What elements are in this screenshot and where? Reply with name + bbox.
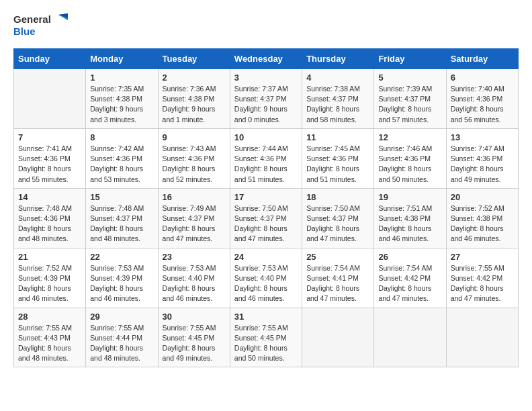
day-info: Sunrise: 7:55 AMSunset: 4:45 PMDaylight:… bbox=[163, 323, 226, 364]
day-cell bbox=[374, 308, 446, 367]
day-number: 3 bbox=[234, 73, 298, 83]
day-cell: 14 Sunrise: 7:48 AMSunset: 4:36 PMDaylig… bbox=[14, 188, 86, 248]
day-info: Sunrise: 7:35 AMSunset: 4:38 PMDaylight:… bbox=[90, 84, 153, 125]
day-cell: 19 Sunrise: 7:51 AMSunset: 4:38 PMDaylig… bbox=[374, 188, 446, 248]
day-info: Sunrise: 7:52 AMSunset: 4:39 PMDaylight:… bbox=[18, 263, 81, 304]
day-info: Sunrise: 7:54 AMSunset: 4:42 PMDaylight:… bbox=[378, 263, 441, 304]
day-number: 4 bbox=[306, 73, 369, 83]
week-row-0: 1 Sunrise: 7:35 AMSunset: 4:38 PMDayligh… bbox=[14, 69, 519, 129]
logo-bird-icon bbox=[53, 13, 68, 26]
day-cell: 10 Sunrise: 7:44 AMSunset: 4:36 PMDaylig… bbox=[230, 128, 302, 188]
day-info: Sunrise: 7:40 AMSunset: 4:36 PMDaylight:… bbox=[451, 84, 514, 125]
day-number: 17 bbox=[234, 192, 298, 202]
logo: General Blue bbox=[13, 13, 68, 38]
day-number: 23 bbox=[163, 252, 226, 262]
logo-container: General Blue bbox=[13, 13, 68, 38]
day-cell: 5 Sunrise: 7:39 AMSunset: 4:37 PMDayligh… bbox=[374, 69, 446, 129]
day-info: Sunrise: 7:53 AMSunset: 4:40 PMDaylight:… bbox=[234, 263, 298, 304]
header-cell-saturday: Saturday bbox=[446, 49, 518, 69]
day-info: Sunrise: 7:51 AMSunset: 4:38 PMDaylight:… bbox=[378, 203, 441, 244]
day-info: Sunrise: 7:36 AMSunset: 4:38 PMDaylight:… bbox=[163, 84, 226, 125]
day-info: Sunrise: 7:43 AMSunset: 4:36 PMDaylight:… bbox=[163, 144, 226, 185]
day-cell bbox=[302, 308, 374, 367]
day-number: 13 bbox=[451, 132, 514, 142]
day-info: Sunrise: 7:55 AMSunset: 4:42 PMDaylight:… bbox=[451, 263, 514, 304]
day-info: Sunrise: 7:55 AMSunset: 4:44 PMDaylight:… bbox=[90, 323, 153, 364]
day-number: 7 bbox=[18, 132, 81, 142]
day-info: Sunrise: 7:37 AMSunset: 4:37 PMDaylight:… bbox=[234, 84, 298, 125]
day-info: Sunrise: 7:55 AMSunset: 4:45 PMDaylight:… bbox=[234, 323, 298, 364]
header: General Blue bbox=[13, 13, 519, 38]
day-cell: 27 Sunrise: 7:55 AMSunset: 4:42 PMDaylig… bbox=[446, 248, 518, 308]
day-cell: 7 Sunrise: 7:41 AMSunset: 4:36 PMDayligh… bbox=[14, 128, 86, 188]
day-number: 10 bbox=[234, 132, 298, 142]
header-cell-monday: Monday bbox=[86, 49, 158, 69]
header-row: SundayMondayTuesdayWednesdayThursdayFrid… bbox=[14, 49, 519, 69]
day-number: 21 bbox=[18, 252, 81, 262]
day-number: 20 bbox=[451, 192, 514, 202]
day-number: 22 bbox=[90, 252, 153, 262]
day-info: Sunrise: 7:39 AMSunset: 4:37 PMDaylight:… bbox=[378, 84, 441, 125]
day-number: 14 bbox=[18, 192, 81, 202]
day-number: 25 bbox=[306, 252, 369, 262]
day-number: 27 bbox=[451, 252, 514, 262]
day-cell: 23 Sunrise: 7:53 AMSunset: 4:40 PMDaylig… bbox=[158, 248, 230, 308]
day-cell: 25 Sunrise: 7:54 AMSunset: 4:41 PMDaylig… bbox=[302, 248, 374, 308]
week-row-3: 21 Sunrise: 7:52 AMSunset: 4:39 PMDaylig… bbox=[14, 248, 519, 308]
day-info: Sunrise: 7:52 AMSunset: 4:38 PMDaylight:… bbox=[451, 203, 514, 244]
day-cell: 11 Sunrise: 7:45 AMSunset: 4:36 PMDaylig… bbox=[302, 128, 374, 188]
day-number: 1 bbox=[90, 73, 153, 83]
day-number: 12 bbox=[378, 132, 441, 142]
day-number: 29 bbox=[90, 312, 153, 322]
day-cell: 1 Sunrise: 7:35 AMSunset: 4:38 PMDayligh… bbox=[86, 69, 158, 129]
header-cell-wednesday: Wednesday bbox=[230, 49, 302, 69]
day-cell: 20 Sunrise: 7:52 AMSunset: 4:38 PMDaylig… bbox=[446, 188, 518, 248]
day-number: 11 bbox=[306, 132, 369, 142]
logo-general: General bbox=[13, 13, 51, 26]
day-info: Sunrise: 7:48 AMSunset: 4:37 PMDaylight:… bbox=[90, 203, 153, 244]
day-cell: 31 Sunrise: 7:55 AMSunset: 4:45 PMDaylig… bbox=[230, 308, 302, 367]
day-cell bbox=[446, 308, 518, 367]
day-cell: 21 Sunrise: 7:52 AMSunset: 4:39 PMDaylig… bbox=[14, 248, 86, 308]
day-info: Sunrise: 7:48 AMSunset: 4:36 PMDaylight:… bbox=[18, 203, 81, 244]
day-info: Sunrise: 7:38 AMSunset: 4:37 PMDaylight:… bbox=[306, 84, 369, 125]
day-cell: 17 Sunrise: 7:50 AMSunset: 4:37 PMDaylig… bbox=[230, 188, 302, 248]
day-info: Sunrise: 7:45 AMSunset: 4:36 PMDaylight:… bbox=[306, 144, 369, 185]
day-cell: 8 Sunrise: 7:42 AMSunset: 4:36 PMDayligh… bbox=[86, 128, 158, 188]
day-info: Sunrise: 7:50 AMSunset: 4:37 PMDaylight:… bbox=[234, 203, 298, 244]
day-number: 8 bbox=[90, 132, 153, 142]
day-cell: 4 Sunrise: 7:38 AMSunset: 4:37 PMDayligh… bbox=[302, 69, 374, 129]
day-info: Sunrise: 7:46 AMSunset: 4:36 PMDaylight:… bbox=[378, 144, 441, 185]
header-cell-friday: Friday bbox=[374, 49, 446, 69]
day-info: Sunrise: 7:53 AMSunset: 4:39 PMDaylight:… bbox=[90, 263, 153, 304]
day-number: 9 bbox=[163, 132, 226, 142]
day-number: 5 bbox=[378, 73, 441, 83]
day-number: 24 bbox=[234, 252, 298, 262]
header-cell-sunday: Sunday bbox=[14, 49, 86, 69]
day-info: Sunrise: 7:53 AMSunset: 4:40 PMDaylight:… bbox=[163, 263, 226, 304]
day-cell: 3 Sunrise: 7:37 AMSunset: 4:37 PMDayligh… bbox=[230, 69, 302, 129]
day-number: 16 bbox=[163, 192, 226, 202]
week-row-1: 7 Sunrise: 7:41 AMSunset: 4:36 PMDayligh… bbox=[14, 128, 519, 188]
day-cell: 30 Sunrise: 7:55 AMSunset: 4:45 PMDaylig… bbox=[158, 308, 230, 367]
day-number: 26 bbox=[378, 252, 441, 262]
day-cell: 22 Sunrise: 7:53 AMSunset: 4:39 PMDaylig… bbox=[86, 248, 158, 308]
day-info: Sunrise: 7:54 AMSunset: 4:41 PMDaylight:… bbox=[306, 263, 369, 304]
day-number: 28 bbox=[18, 312, 81, 322]
day-info: Sunrise: 7:47 AMSunset: 4:36 PMDaylight:… bbox=[451, 144, 514, 185]
day-info: Sunrise: 7:55 AMSunset: 4:43 PMDaylight:… bbox=[18, 323, 81, 364]
day-number: 6 bbox=[451, 73, 514, 83]
day-number: 2 bbox=[163, 73, 226, 83]
logo-blue: Blue bbox=[13, 26, 36, 38]
day-cell: 24 Sunrise: 7:53 AMSunset: 4:40 PMDaylig… bbox=[230, 248, 302, 308]
day-info: Sunrise: 7:49 AMSunset: 4:37 PMDaylight:… bbox=[163, 203, 226, 244]
day-number: 30 bbox=[163, 312, 226, 322]
day-cell: 2 Sunrise: 7:36 AMSunset: 4:38 PMDayligh… bbox=[158, 69, 230, 129]
day-cell: 26 Sunrise: 7:54 AMSunset: 4:42 PMDaylig… bbox=[374, 248, 446, 308]
day-number: 15 bbox=[90, 192, 153, 202]
day-cell: 6 Sunrise: 7:40 AMSunset: 4:36 PMDayligh… bbox=[446, 69, 518, 129]
day-number: 18 bbox=[306, 192, 369, 202]
calendar-table: SundayMondayTuesdayWednesdayThursdayFrid… bbox=[13, 48, 519, 367]
day-cell: 18 Sunrise: 7:50 AMSunset: 4:37 PMDaylig… bbox=[302, 188, 374, 248]
day-info: Sunrise: 7:42 AMSunset: 4:36 PMDaylight:… bbox=[90, 144, 153, 185]
